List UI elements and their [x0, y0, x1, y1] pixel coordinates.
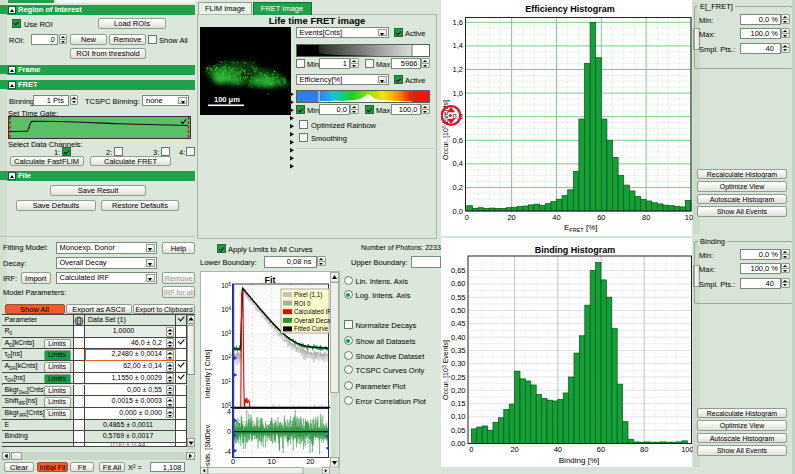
svg-text:20: 20 — [306, 457, 314, 466]
svg-text:103: 103 — [221, 330, 231, 337]
svg-text:0: 0 — [227, 428, 231, 435]
svg-text:1,4: 1,4 — [453, 41, 463, 50]
svg-text:0,2: 0,2 — [453, 183, 463, 192]
svg-text:40: 40 — [552, 213, 560, 222]
svg-text:60: 60 — [597, 213, 605, 222]
svg-text:Efficiency Histogram: Efficiency Histogram — [525, 4, 615, 14]
svg-text:0,0: 0,0 — [453, 207, 463, 216]
svg-text:0,00: 0,00 — [451, 439, 466, 448]
svg-text:Occur. [103 Events]: Occur. [103 Events] — [441, 340, 450, 400]
svg-text:80: 80 — [640, 445, 648, 454]
svg-text:1,2: 1,2 — [453, 65, 463, 74]
svg-text:-4: -4 — [224, 448, 230, 455]
svg-text:100 μm: 100 μm — [214, 95, 240, 104]
svg-text:0,15: 0,15 — [451, 399, 466, 408]
svg-text:Overall Decay: Overall Decay — [294, 317, 334, 325]
svg-text:0,45: 0,45 — [451, 319, 466, 328]
svg-text:0,50: 0,50 — [451, 306, 466, 315]
svg-text:101: 101 — [221, 378, 231, 385]
svg-text:0: 0 — [231, 457, 235, 466]
svg-text:40: 40 — [554, 445, 562, 454]
svg-text:0: 0 — [469, 445, 473, 454]
svg-text:10: 10 — [267, 457, 275, 466]
svg-text:104: 104 — [221, 306, 231, 313]
svg-text:EFRET [%]: EFRET [%] — [564, 223, 598, 233]
svg-text:Intensity [ Cnts]: Intensity [ Cnts] — [204, 350, 212, 398]
svg-text:esids. [StdDev.: esids. [StdDev. — [204, 423, 212, 470]
svg-text:0,40: 0,40 — [451, 333, 466, 342]
svg-text:Calculated IRF: Calculated IRF — [294, 308, 336, 315]
svg-text:ROI 0: ROI 0 — [294, 300, 311, 307]
svg-text:20: 20 — [510, 445, 518, 454]
svg-text:105: 105 — [221, 282, 231, 289]
svg-text:1,0: 1,0 — [453, 89, 463, 98]
svg-text:0,05: 0,05 — [451, 426, 466, 435]
svg-text:4: 4 — [227, 408, 231, 415]
svg-text:Fitted Curve: Fitted Curve — [294, 325, 329, 332]
svg-text:1,6: 1,6 — [453, 18, 463, 27]
svg-text:0,60: 0,60 — [451, 279, 466, 288]
svg-text:102: 102 — [221, 354, 231, 361]
svg-text:Binding Histogram: Binding Histogram — [535, 245, 616, 255]
svg-text:0,55: 0,55 — [451, 293, 466, 302]
svg-text:80: 80 — [642, 213, 650, 222]
svg-text:Pixel (1,1): Pixel (1,1) — [294, 291, 322, 299]
svg-text:0,20: 0,20 — [451, 386, 466, 395]
svg-text:Binding [%]: Binding [%] — [559, 456, 599, 465]
svg-text:0,30: 0,30 — [451, 359, 466, 368]
svg-text:0: 0 — [465, 213, 469, 222]
svg-text:0,35: 0,35 — [451, 346, 466, 355]
svg-text:60: 60 — [597, 445, 605, 454]
svg-text:0,6: 0,6 — [453, 136, 463, 145]
svg-text:0,65: 0,65 — [451, 266, 466, 275]
svg-text:0,4: 0,4 — [453, 159, 463, 168]
svg-text:0,25: 0,25 — [451, 373, 466, 382]
svg-text:Fit: Fit — [264, 275, 275, 285]
svg-text:20: 20 — [507, 213, 515, 222]
svg-text:0,10: 0,10 — [451, 412, 466, 421]
